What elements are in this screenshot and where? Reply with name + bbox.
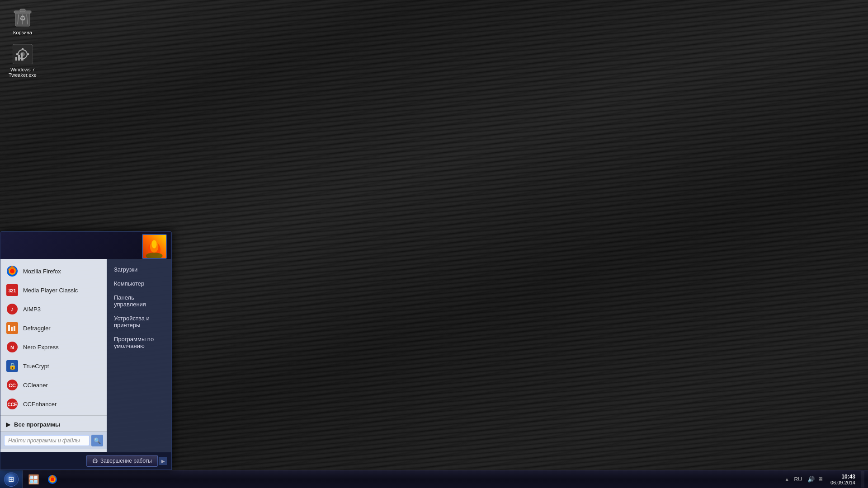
svg-text:CC: CC xyxy=(9,383,16,388)
ccleaner-label: CCleaner xyxy=(23,382,48,389)
shutdown-icon: ⏻ xyxy=(92,458,98,464)
all-programs-button[interactable]: ▶ Все программы xyxy=(0,418,107,432)
right-item-default-programs[interactable]: Программы по умолчанию xyxy=(107,332,171,353)
start-menu-item-ccleaner[interactable]: CC CCleaner xyxy=(0,375,107,394)
svg-text:🔒: 🔒 xyxy=(9,362,17,370)
taskbar: 🪟 ▲ RU 🔊 xyxy=(0,470,868,488)
notify-expand[interactable]: ▲ xyxy=(783,476,791,483)
svg-rect-13 xyxy=(27,53,29,55)
firefox-taskbar-icon xyxy=(47,474,58,485)
notification-area: ▲ xyxy=(783,476,791,483)
start-menu-item-defraggler[interactable]: Defraggler xyxy=(0,319,107,338)
taskbar-items: 🪟 xyxy=(23,470,780,488)
ccenhancer-label: CCEnhancer xyxy=(23,401,57,408)
start-menu-body: Mozilla Firefox 321 Media Player Classic xyxy=(0,259,171,452)
start-menu-footer: ⏻ Завершение работы ▶ xyxy=(0,452,171,469)
svg-rect-30 xyxy=(8,325,10,331)
svg-point-43 xyxy=(51,478,54,481)
recycle-bin-icon: ♻ xyxy=(12,6,33,28)
volume-icon[interactable]: 🔊 xyxy=(807,476,815,483)
svg-point-20 xyxy=(151,240,156,249)
right-item-devices[interactable]: Устройства и принтеры xyxy=(107,311,171,332)
defraggler-label: Defraggler xyxy=(23,325,51,332)
firefox-icon xyxy=(6,265,19,277)
svg-rect-5 xyxy=(20,9,25,12)
start-menu-item-firefox[interactable]: Mozilla Firefox xyxy=(0,262,107,281)
clock-time: 10:43 xyxy=(830,474,855,480)
start-menu-item-ccenhancer[interactable]: CCE CCEnhancer xyxy=(0,394,107,413)
search-button[interactable]: 🔍 xyxy=(91,435,103,446)
ccleaner-icon: CC xyxy=(6,379,19,391)
start-orb xyxy=(4,472,19,487)
tweaker-label: Windows 7Tweaker.exe xyxy=(9,67,37,78)
right-item-control-panel[interactable]: Панель управления xyxy=(107,291,171,311)
start-menu: Mozilla Firefox 321 Media Player Classic xyxy=(0,231,172,470)
truecrypt-label: TrueCrypt xyxy=(23,363,49,370)
svg-rect-12 xyxy=(16,53,19,55)
desktop-icon-win7-tweaker[interactable]: Windows 7Tweaker.exe xyxy=(5,42,41,80)
start-menu-item-aimp[interactable]: ♪ AIMP3 xyxy=(0,300,107,319)
taskbar-item-firefox[interactable] xyxy=(43,471,61,488)
tweaker-icon xyxy=(12,43,33,65)
firefox-label: Mozilla Firefox xyxy=(23,268,61,275)
all-programs-arrow: ▶ xyxy=(6,421,10,428)
mpc-icon: 321 xyxy=(6,284,19,296)
svg-text:♻: ♻ xyxy=(19,14,26,22)
user-avatar xyxy=(142,234,167,259)
start-button[interactable] xyxy=(0,470,23,488)
desktop-icons: ♻ Корзина xyxy=(5,5,41,80)
user-avatar-image xyxy=(143,235,166,258)
clock[interactable]: 10:43 06.09.2014 xyxy=(827,474,859,485)
svg-rect-15 xyxy=(18,55,20,61)
nero-icon: N xyxy=(6,341,19,353)
start-menu-item-nero[interactable]: N Nero Express xyxy=(0,338,107,357)
svg-text:♪: ♪ xyxy=(11,305,14,313)
svg-rect-31 xyxy=(11,327,13,331)
start-menu-item-truecrypt[interactable]: 🔒 TrueCrypt xyxy=(0,357,107,375)
network-icon[interactable]: 🖥 xyxy=(817,476,823,483)
right-item-computer[interactable]: Компьютер xyxy=(107,277,171,291)
shutdown-button[interactable]: ⏻ Завершение работы xyxy=(86,455,158,467)
mpc-label: Media Player Classic xyxy=(23,287,78,294)
start-menu-divider xyxy=(0,415,107,416)
language-indicator[interactable]: RU xyxy=(793,476,804,483)
svg-rect-16 xyxy=(21,53,23,61)
svg-text:321: 321 xyxy=(9,288,16,293)
start-menu-header xyxy=(0,232,171,259)
taskbar-item-explorer[interactable]: 🪟 xyxy=(24,471,42,488)
defraggler-icon xyxy=(6,322,19,334)
search-input[interactable] xyxy=(4,435,90,446)
svg-rect-10 xyxy=(22,48,24,50)
truecrypt-icon: 🔒 xyxy=(6,360,19,372)
svg-text:N: N xyxy=(10,345,14,350)
default-programs-label: Программы по умолчанию xyxy=(114,336,154,349)
explorer-icon: 🪟 xyxy=(28,474,39,485)
taskbar-right: ▲ RU 🔊 🖥 10:43 06.09.2014 xyxy=(780,470,868,488)
svg-rect-32 xyxy=(14,326,15,331)
start-menu-right-panel: Загрузки Компьютер Панель управления Уст… xyxy=(107,259,171,452)
clock-date: 06.09.2014 xyxy=(830,480,855,485)
taskbar-system-icons: 🔊 🖥 xyxy=(806,476,825,483)
desktop-icon-recycle-bin[interactable]: ♻ Корзина xyxy=(5,5,41,37)
recycle-bin-label: Корзина xyxy=(13,30,32,35)
downloads-label: Загрузки xyxy=(114,266,137,273)
control-panel-label: Панель управления xyxy=(114,294,146,308)
desktop: ♻ Корзина xyxy=(0,0,868,488)
svg-text:CCE: CCE xyxy=(7,402,17,407)
svg-rect-14 xyxy=(15,57,17,61)
right-item-downloads[interactable]: Загрузки xyxy=(107,263,171,277)
ccenhancer-icon: CCE xyxy=(6,398,19,410)
nero-label: Nero Express xyxy=(23,344,59,351)
search-bar: 🔍 xyxy=(0,432,107,449)
start-menu-left-panel: Mozilla Firefox 321 Media Player Classic xyxy=(0,259,107,452)
all-programs-label: Все программы xyxy=(14,421,60,428)
computer-label: Компьютер xyxy=(114,280,144,287)
svg-point-24 xyxy=(10,269,14,273)
aimp-label: AIMP3 xyxy=(23,306,41,313)
start-menu-item-mpc[interactable]: 321 Media Player Classic xyxy=(0,281,107,300)
shutdown-arrow-button[interactable]: ▶ xyxy=(159,457,167,465)
shutdown-label: Завершение работы xyxy=(100,458,152,464)
show-desktop-button[interactable] xyxy=(861,471,864,488)
devices-label: Устройства и принтеры xyxy=(114,315,150,328)
aimp-icon: ♪ xyxy=(6,303,19,315)
